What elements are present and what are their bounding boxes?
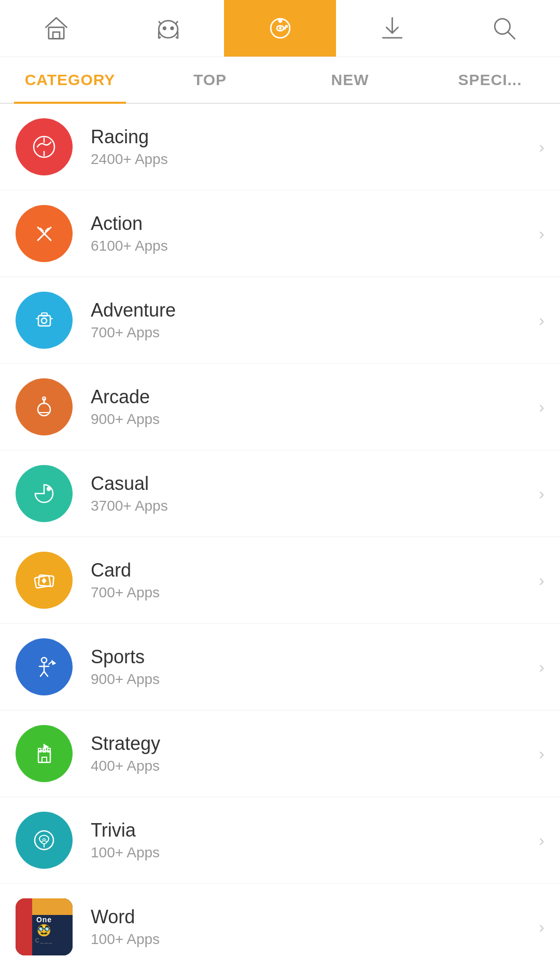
- sports-chevron: ›: [539, 658, 544, 677]
- sports-text: Sports 900+ Apps: [91, 646, 539, 688]
- category-item-racing[interactable]: Racing 2400+ Apps ›: [0, 104, 560, 190]
- arcade-icon: [16, 378, 73, 435]
- sports-icon: [16, 638, 73, 695]
- nav-home[interactable]: [0, 0, 112, 57]
- svg-point-10: [278, 19, 282, 22]
- svg-line-4: [175, 21, 178, 24]
- svg-marker-51: [44, 745, 48, 749]
- word-chevron: ›: [539, 918, 544, 937]
- category-item-adventure[interactable]: Adventure 700+ Apps ›: [0, 277, 560, 364]
- tab-special[interactable]: SPECI...: [420, 57, 560, 103]
- word-icon: One 🥸 C___: [16, 898, 73, 955]
- adventure-text: Adventure 700+ Apps: [91, 299, 539, 341]
- svg-line-43: [44, 672, 48, 676]
- action-text: Action 6100+ Apps: [91, 213, 539, 254]
- svg-rect-27: [38, 316, 50, 326]
- tab-top[interactable]: TOP: [140, 57, 280, 103]
- svg-rect-29: [41, 313, 47, 316]
- strategy-text: Strategy 400+ Apps: [91, 733, 539, 774]
- svg-point-6: [171, 27, 173, 30]
- svg-line-42: [40, 672, 44, 676]
- category-list: Racing 2400+ Apps › Action 6100+ Apps ›: [0, 104, 560, 957]
- svg-point-5: [163, 27, 165, 30]
- nav-games[interactable]: [224, 0, 336, 57]
- category-item-casual[interactable]: Casual 3700+ Apps ›: [0, 450, 560, 537]
- top-navigation: [0, 0, 560, 57]
- nav-download[interactable]: [336, 0, 448, 57]
- action-chevron: ›: [539, 224, 544, 243]
- svg-point-14: [284, 28, 285, 29]
- card-text: Card 700+ Apps: [91, 559, 539, 601]
- svg-marker-45: [52, 661, 55, 664]
- racing-chevron: ›: [539, 138, 544, 157]
- svg-point-15: [286, 25, 287, 27]
- adventure-chevron: ›: [539, 311, 544, 330]
- category-item-action[interactable]: Action 6100+ Apps ›: [0, 190, 560, 277]
- word-text: Word 100+ Apps: [91, 906, 539, 948]
- casual-text: Casual 3700+ Apps: [91, 473, 539, 514]
- trivia-chevron: ›: [539, 831, 544, 850]
- svg-rect-1: [53, 32, 60, 39]
- nav-search[interactable]: [448, 0, 560, 57]
- svg-point-28: [41, 318, 47, 323]
- svg-rect-52: [42, 757, 47, 762]
- svg-point-36: [47, 487, 50, 490]
- racing-icon: [16, 118, 73, 175]
- nav-android[interactable]: [112, 0, 224, 57]
- tab-new[interactable]: NEW: [280, 57, 420, 103]
- svg-line-3: [159, 21, 161, 24]
- racing-text: Racing 2400+ Apps: [91, 126, 539, 168]
- category-item-card[interactable]: Card 700+ Apps ›: [0, 537, 560, 624]
- category-item-arcade[interactable]: Arcade 900+ Apps ›: [0, 364, 560, 450]
- svg-rect-0: [48, 28, 63, 39]
- action-icon: [16, 205, 73, 262]
- category-item-trivia[interactable]: Trivia 100+ Apps ›: [0, 797, 560, 884]
- strategy-chevron: ›: [539, 744, 544, 763]
- casual-chevron: ›: [539, 484, 544, 503]
- arcade-chevron: ›: [539, 398, 544, 417]
- tab-bar: CATEGORY TOP NEW SPECI...: [0, 57, 560, 104]
- category-item-sports[interactable]: Sports 900+ Apps ›: [0, 624, 560, 710]
- card-icon: [16, 552, 73, 609]
- adventure-icon: [16, 292, 73, 349]
- svg-point-2: [159, 21, 178, 38]
- trivia-icon: [16, 812, 73, 869]
- category-item-word[interactable]: One 🥸 C___ Word 100+ Apps ›: [0, 884, 560, 957]
- casual-icon: [16, 465, 73, 522]
- arcade-text: Arcade 900+ Apps: [91, 386, 539, 428]
- svg-line-19: [508, 32, 514, 39]
- svg-point-39: [41, 658, 47, 663]
- card-chevron: ›: [539, 571, 544, 590]
- tab-category[interactable]: CATEGORY: [0, 57, 140, 103]
- category-item-strategy[interactable]: Strategy 400+ Apps ›: [0, 710, 560, 797]
- svg-point-32: [38, 403, 50, 416]
- trivia-text: Trivia 100+ Apps: [91, 819, 539, 861]
- strategy-icon: [16, 725, 73, 782]
